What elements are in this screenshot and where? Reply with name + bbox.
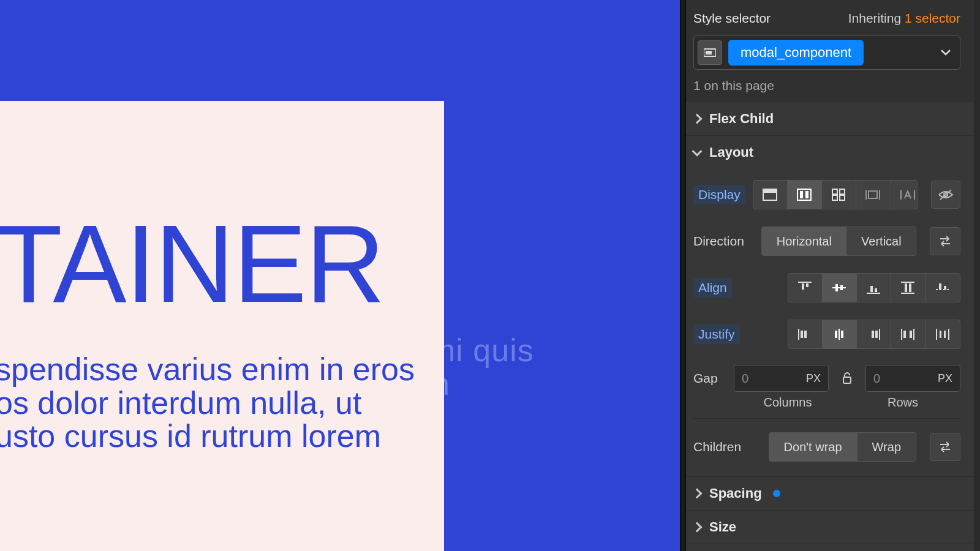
align-stretch-button[interactable] bbox=[891, 274, 925, 302]
justify-space-around-button[interactable] bbox=[925, 320, 960, 348]
selector-type-icon[interactable] bbox=[698, 40, 722, 65]
gap-link-toggle[interactable] bbox=[835, 365, 859, 392]
svg-rect-20 bbox=[802, 283, 804, 290]
gap-rows-value[interactable] bbox=[873, 372, 910, 386]
selected-class-pill[interactable]: modal_component bbox=[728, 40, 864, 66]
display-button-group bbox=[753, 180, 918, 209]
align-label[interactable]: Align bbox=[693, 278, 732, 298]
svg-rect-36 bbox=[801, 331, 803, 338]
layout-children-row: Children Don't wrap Wrap bbox=[693, 418, 960, 470]
design-canvas[interactable]: mi quis lorem TAINER spendisse varius en… bbox=[0, 0, 680, 551]
section-header-spacing[interactable]: Spacing bbox=[680, 476, 974, 510]
gap-unit[interactable]: PX bbox=[806, 372, 821, 385]
inheriting-label[interactable]: Inheriting 1 selector bbox=[848, 11, 960, 26]
section-header-size[interactable]: Size bbox=[680, 510, 974, 544]
inheriting-count: 1 selector bbox=[905, 11, 960, 25]
direction-button-group: Horizontal Vertical bbox=[761, 227, 916, 256]
display-label[interactable]: Display bbox=[693, 185, 745, 204]
gap-columns-input[interactable]: PX bbox=[734, 365, 829, 392]
svg-rect-30 bbox=[905, 283, 907, 292]
align-start-button[interactable] bbox=[788, 274, 823, 302]
section-modified-indicator bbox=[773, 490, 780, 497]
justify-end-button[interactable] bbox=[857, 320, 891, 348]
children-button-group: Don't wrap Wrap bbox=[769, 432, 916, 462]
svg-rect-3 bbox=[763, 189, 777, 193]
layout-gap-row: Gap PX PX bbox=[693, 358, 960, 393]
justify-center-button[interactable] bbox=[823, 320, 857, 348]
modal-heading: TAINER bbox=[0, 211, 432, 316]
align-baseline-button[interactable] bbox=[925, 274, 960, 302]
chevron-right-icon bbox=[692, 522, 703, 533]
align-center-button[interactable] bbox=[823, 274, 857, 302]
svg-rect-34 bbox=[944, 286, 946, 290]
gap-rows-input[interactable]: PX bbox=[865, 365, 960, 392]
chevron-right-icon bbox=[692, 114, 703, 124]
gap-axis-labels: Columns Rows bbox=[693, 393, 960, 418]
gap-label: Gap bbox=[693, 371, 728, 386]
children-wrap-button[interactable]: Wrap bbox=[858, 433, 916, 461]
selected-element-modal[interactable]: TAINER spendisse varius enim in eros os … bbox=[0, 101, 444, 551]
align-end-button[interactable] bbox=[857, 274, 891, 302]
svg-rect-39 bbox=[835, 331, 837, 338]
display-grid-button[interactable] bbox=[822, 181, 856, 209]
svg-rect-1 bbox=[706, 51, 712, 54]
children-label: Children bbox=[693, 440, 755, 454]
children-nowrap-button[interactable]: Don't wrap bbox=[769, 433, 858, 461]
class-selector-field[interactable]: modal_component bbox=[693, 36, 960, 70]
direction-label: Direction bbox=[693, 234, 754, 249]
svg-rect-51 bbox=[944, 331, 946, 338]
svg-rect-6 bbox=[805, 191, 809, 198]
section-title: Layout bbox=[709, 144, 753, 160]
section-body-layout: Display bbox=[680, 169, 974, 476]
state-dropdown-caret[interactable] bbox=[940, 49, 951, 56]
modal-body-text: spendisse varius enim in eros os dolor i… bbox=[0, 353, 432, 453]
chevron-down-icon bbox=[692, 146, 703, 157]
display-block-button[interactable] bbox=[753, 181, 788, 209]
align-button-group bbox=[788, 273, 960, 302]
svg-rect-52 bbox=[843, 377, 851, 383]
section-header-position[interactable]: Position bbox=[680, 544, 974, 551]
gap-columns-caption: Columns bbox=[730, 395, 845, 410]
instances-on-page[interactable]: 1 on this page bbox=[693, 78, 960, 93]
direction-vertical-button[interactable]: Vertical bbox=[846, 227, 916, 255]
svg-rect-10 bbox=[840, 195, 845, 200]
svg-rect-50 bbox=[940, 331, 941, 338]
style-selector-block: Style selector Inheriting 1 selector mod… bbox=[680, 0, 974, 102]
justify-label[interactable]: Justify bbox=[693, 324, 740, 344]
svg-rect-27 bbox=[875, 288, 877, 292]
display-none-button[interactable] bbox=[931, 181, 960, 209]
svg-rect-24 bbox=[840, 285, 843, 290]
svg-rect-43 bbox=[875, 331, 878, 338]
direction-reverse-button[interactable] bbox=[930, 227, 960, 255]
svg-rect-26 bbox=[870, 286, 873, 292]
svg-rect-46 bbox=[903, 331, 906, 338]
children-reverse-button[interactable] bbox=[930, 433, 960, 461]
gap-columns-value[interactable] bbox=[742, 372, 778, 386]
section-title: Flex Child bbox=[709, 111, 774, 127]
section-title: Spacing bbox=[709, 485, 762, 501]
bg-text-line: mi quis bbox=[429, 334, 534, 367]
layout-justify-row: Justify bbox=[693, 311, 960, 358]
svg-rect-33 bbox=[939, 283, 941, 290]
svg-rect-12 bbox=[869, 191, 877, 198]
section-header-layout[interactable]: Layout bbox=[680, 135, 974, 169]
justify-start-button[interactable] bbox=[788, 320, 823, 348]
display-inline-block-button[interactable] bbox=[856, 181, 891, 209]
justify-button-group bbox=[788, 320, 960, 349]
svg-rect-23 bbox=[835, 284, 838, 291]
section-title: Size bbox=[709, 519, 736, 535]
svg-rect-21 bbox=[806, 283, 809, 287]
display-flex-button[interactable] bbox=[788, 181, 822, 209]
gap-rows-caption: Rows bbox=[845, 395, 960, 410]
justify-space-between-button[interactable] bbox=[891, 320, 925, 348]
svg-rect-5 bbox=[800, 191, 803, 198]
section-header-flex-child[interactable]: Flex Child bbox=[680, 102, 974, 135]
direction-horizontal-button[interactable]: Horizontal bbox=[762, 227, 846, 255]
display-inline-button[interactable] bbox=[891, 181, 918, 209]
layout-align-row: Align bbox=[693, 264, 960, 311]
style-panel: Style selector Inheriting 1 selector mod… bbox=[680, 0, 974, 551]
panel-divider[interactable] bbox=[680, 0, 686, 551]
svg-rect-47 bbox=[910, 331, 912, 338]
layout-display-row: Display bbox=[693, 171, 960, 218]
gap-unit[interactable]: PX bbox=[938, 372, 952, 385]
